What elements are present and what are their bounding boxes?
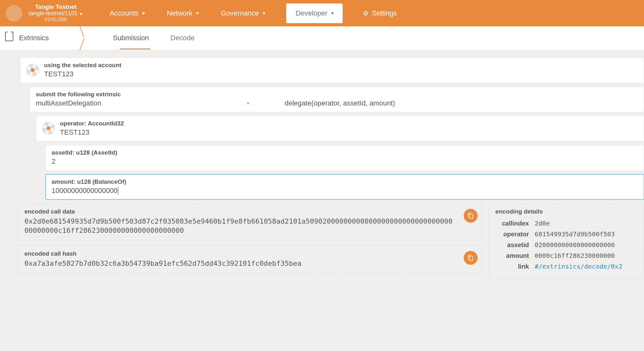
menu-developer[interactable]: Developer▼	[286, 3, 343, 23]
calldata-value: 0x2d0e681549935d7d9b500f503d87c2f035083e…	[24, 217, 475, 235]
detail-operator-val: 681549935d7d9b500f503	[535, 229, 637, 239]
tab-submission[interactable]: Submission	[112, 27, 150, 49]
tab-decode[interactable]: Decode	[169, 27, 196, 49]
page-title: Extrinsics	[19, 34, 49, 42]
call-select[interactable]: delegate(operator, assetId, amount)	[285, 99, 395, 107]
operator-field[interactable]: operator: AccountId32 TEST123	[36, 116, 644, 141]
extrinsic-selector: submit the following extrinsic multiAsse…	[30, 87, 644, 112]
chevron-separator-icon	[84, 26, 96, 50]
pallet-value: multiAssetDelegation	[36, 99, 242, 107]
chain-id: tangle-testnet/1101▼	[29, 10, 83, 17]
detail-link-key: link	[496, 261, 534, 271]
menu-network[interactable]: Network▼	[165, 7, 201, 20]
encoded-call-hash: encoded call hash 0xa7a3afe5827b7d0b32c6…	[18, 246, 482, 274]
detail-link-val[interactable]: #/extrinsics/decode/0x2	[535, 263, 622, 270]
menu-settings[interactable]: ⚙ Settings	[362, 7, 398, 20]
call-value: delegate(operator, assetId, amount)	[285, 99, 395, 107]
detail-assetid-key: assetid	[496, 240, 534, 250]
chain-selector[interactable]: Tangle Testnet tangle-testnet/1101▼ #245…	[29, 4, 83, 22]
assetid-label: assetId: u128 (AssetId)	[52, 149, 638, 156]
operator-label: operator: AccountId32	[60, 120, 638, 127]
caret-down-icon: ▼	[141, 11, 146, 16]
detail-callindex-key: callindex	[496, 218, 534, 228]
encoding-details: encoding details callindex 2d0e operator…	[489, 203, 644, 279]
amount-label: amount: u128 (BalanceOf)	[52, 178, 638, 185]
account-label: using the selected account	[44, 62, 638, 69]
chain-name: Tangle Testnet	[29, 4, 83, 10]
page-body: using the selected account TEST123 submi…	[0, 50, 644, 298]
identicon	[26, 64, 39, 76]
detail-assetid-val: 020000000000000000000	[535, 240, 637, 250]
account-value: TEST123	[44, 70, 638, 78]
menu-accounts[interactable]: Accounts▼	[108, 7, 146, 20]
caret-down-icon: ▼	[330, 11, 335, 16]
calldata-label: encoded call data	[24, 208, 475, 215]
encoding-area: encoded call data 0x2d0e681549935d7d9b50…	[9, 203, 644, 279]
top-nav: Tangle Testnet tangle-testnet/1101▼ #245…	[0, 0, 644, 26]
encoded-call-data: encoded call data 0x2d0e681549935d7d9b50…	[18, 203, 482, 240]
caret-down-icon: ▼	[195, 11, 200, 16]
detail-callindex-val: 2d0e	[535, 218, 637, 228]
pallet-select[interactable]: multiAssetDelegation ▼	[36, 99, 254, 107]
chain-logo	[6, 5, 22, 22]
assetid-value: 2	[52, 157, 638, 166]
menu-governance[interactable]: Governance▼	[220, 7, 267, 20]
copy-calldata-button[interactable]	[464, 209, 478, 223]
callhash-label: encoded call hash	[24, 250, 475, 257]
caret-down-icon: ▼	[261, 11, 266, 16]
amount-field[interactable]: amount: u128 (BalanceOf) 100000000000000…	[46, 174, 644, 200]
operator-value: TEST123	[60, 128, 638, 137]
caret-down-icon: ▼	[79, 12, 83, 16]
caret-down-icon: ▼	[246, 101, 250, 105]
copy-icon	[467, 213, 474, 219]
callhash-value: 0xa7a3afe5827b7d0b32c6a3b54739ba91efc562…	[24, 259, 475, 268]
chain-block: #245,086	[29, 17, 83, 23]
sub-nav: Extrinsics Submission Decode	[0, 26, 644, 50]
assetid-field[interactable]: assetId: u128 (AssetId) 2	[46, 145, 644, 170]
identicon	[42, 122, 55, 135]
gear-icon: ⚙	[363, 10, 369, 17]
amount-value: 10000000000000000	[52, 187, 638, 195]
copy-icon	[467, 255, 474, 261]
detail-amount-val: 0000c16ff286230000000	[535, 251, 637, 261]
account-selector[interactable]: using the selected account TEST123	[20, 58, 644, 83]
detail-operator-key: operator	[496, 229, 534, 239]
detail-amount-key: amount	[496, 251, 534, 261]
extrinsic-label: submit the following extrinsic	[36, 91, 638, 98]
copy-callhash-button[interactable]	[464, 251, 478, 265]
inbox-icon	[5, 35, 13, 41]
primary-menu: Accounts▼ Network▼ Governance▼ Developer…	[108, 3, 640, 23]
details-label: encoding details	[495, 208, 637, 215]
